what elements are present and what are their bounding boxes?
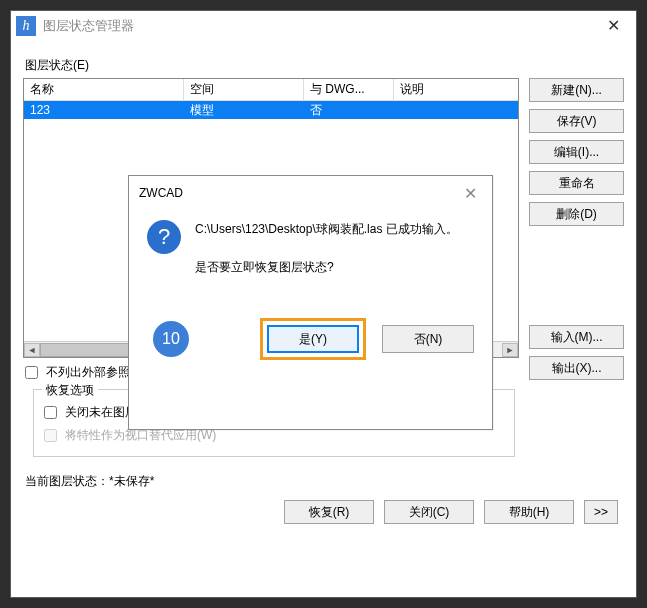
list-header: 名称 空间 与 DWG... 说明 <box>24 79 518 101</box>
cell-space: 模型 <box>184 102 304 119</box>
dialog-title: ZWCAD <box>139 186 183 200</box>
dialog-close-icon[interactable]: ✕ <box>458 184 482 203</box>
section-label: 图层状态(E) <box>25 57 624 74</box>
restore-options-legend: 恢复选项 <box>42 382 98 399</box>
app-icon: h <box>16 16 36 36</box>
yes-button[interactable]: 是(Y) <box>267 325 359 353</box>
dialog-message: C:\Users\123\Desktop\球阀装配.las 已成功输入。 是否要… <box>195 220 458 276</box>
new-button[interactable]: 新建(N)... <box>529 78 624 102</box>
output-button[interactable]: 输出(X)... <box>529 356 624 380</box>
close-button[interactable]: 关闭(C) <box>384 500 474 524</box>
cell-dwg: 否 <box>304 102 394 119</box>
col-dwg[interactable]: 与 DWG... <box>304 79 394 100</box>
col-name[interactable]: 名称 <box>24 79 184 100</box>
close-icon[interactable]: ✕ <box>591 11 636 41</box>
yes-highlight: 是(Y) <box>260 318 366 360</box>
window-title: 图层状态管理器 <box>43 17 134 35</box>
external-xref-label: 不列出外部参照 <box>46 364 130 381</box>
delete-button[interactable]: 删除(D) <box>529 202 624 226</box>
viewport-override-checkbox <box>44 429 57 442</box>
scroll-left-icon[interactable]: ◄ <box>24 343 40 357</box>
dialog-line2: 是否要立即恢复图层状态? <box>195 258 458 276</box>
scroll-right-icon[interactable]: ► <box>502 343 518 357</box>
status-label: 当前图层状态： <box>25 474 109 488</box>
close-not-found-checkbox[interactable] <box>44 406 57 419</box>
dialog-line1: C:\Users\123\Desktop\球阀装配.las 已成功输入。 <box>195 220 458 238</box>
col-space[interactable]: 空间 <box>184 79 304 100</box>
expand-button[interactable]: >> <box>584 500 618 524</box>
restore-button[interactable]: 恢复(R) <box>284 500 374 524</box>
question-icon: ? <box>147 220 181 254</box>
side-buttons: 新建(N)... 保存(V) 编辑(I)... 重命名 删除(D) 输入(M).… <box>529 78 624 461</box>
input-button[interactable]: 输入(M)... <box>529 325 624 349</box>
col-desc[interactable]: 说明 <box>394 79 518 100</box>
scroll-thumb[interactable] <box>40 343 140 357</box>
cell-name: 123 <box>24 103 184 117</box>
table-row[interactable]: 123 模型 否 <box>24 101 518 119</box>
save-button[interactable]: 保存(V) <box>529 109 624 133</box>
step-badge: 10 <box>153 321 189 357</box>
status-value: *未保存* <box>109 474 154 488</box>
confirm-dialog: ZWCAD ✕ ? C:\Users\123\Desktop\球阀装配.las … <box>128 175 493 430</box>
external-xref-checkbox[interactable] <box>25 366 38 379</box>
bottom-buttons: 恢复(R) 关闭(C) 帮助(H) >> <box>25 500 618 524</box>
dialog-titlebar: ZWCAD ✕ <box>129 176 492 210</box>
current-state-row: 当前图层状态：*未保存* <box>25 473 622 490</box>
help-button[interactable]: 帮助(H) <box>484 500 574 524</box>
edit-button[interactable]: 编辑(I)... <box>529 140 624 164</box>
rename-button[interactable]: 重命名 <box>529 171 624 195</box>
no-button[interactable]: 否(N) <box>382 325 474 353</box>
titlebar: h 图层状态管理器 ✕ <box>11 11 636 41</box>
